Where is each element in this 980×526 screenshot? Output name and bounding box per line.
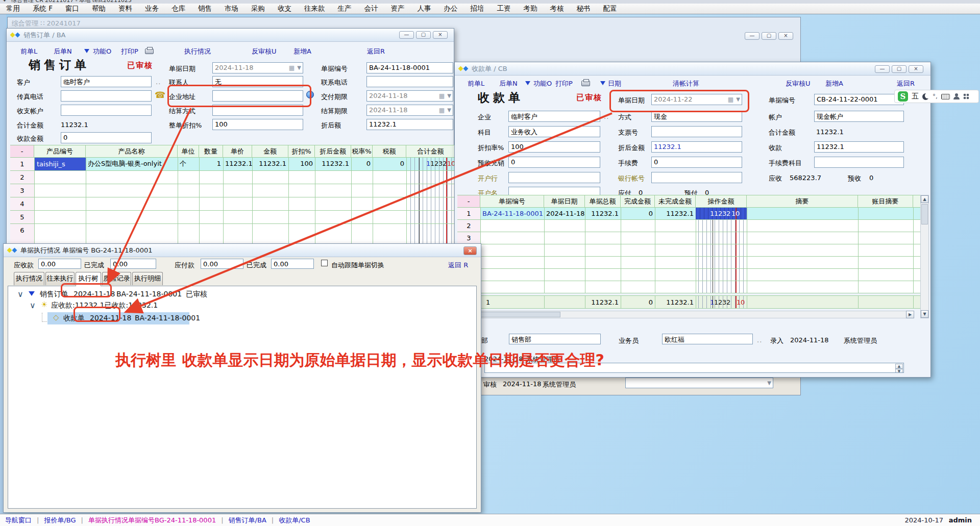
date-menu-button[interactable]: 日期 xyxy=(608,79,621,88)
moon-icon[interactable] xyxy=(922,93,929,100)
lookup-button[interactable]: .. xyxy=(757,336,762,344)
cell-tax[interactable]: 0 xyxy=(373,158,406,170)
settle-method-field[interactable] xyxy=(212,105,303,116)
scrollbar-thumb[interactable] xyxy=(921,204,928,224)
row-number[interactable]: 3 xyxy=(10,184,34,197)
cell-doc-date[interactable]: 2024-11-18 xyxy=(544,208,585,219)
close-button[interactable]: × xyxy=(909,65,923,73)
subject-field[interactable]: 业务收入 xyxy=(508,126,600,137)
tab-exec-detail[interactable]: 执行明细 xyxy=(132,272,163,285)
menu-item[interactable]: 帮助 xyxy=(92,4,106,13)
row-number[interactable]: 6 xyxy=(10,224,34,244)
cell-total[interactable]: 11232.1 xyxy=(585,208,621,219)
menu-item[interactable]: 业务 xyxy=(145,4,159,13)
tab-exec-tree[interactable]: 执行树 xyxy=(76,272,101,286)
recv-field[interactable]: 11232.1 xyxy=(814,141,904,153)
auto-follow-checkbox[interactable] xyxy=(321,260,328,266)
doc-date-field[interactable]: 2024-11-18 ▦ ▼ xyxy=(212,62,303,73)
menu-item[interactable]: 常用 xyxy=(6,4,20,13)
calendar-icon[interactable]: ▦ xyxy=(439,107,445,114)
doc-no-field[interactable]: CB-24-11-22-0001 xyxy=(814,94,904,105)
col-header[interactable]: 税额 xyxy=(373,145,406,158)
backdrop-combobox[interactable]: ▼ xyxy=(625,378,773,388)
table-row[interactable]: 7 xyxy=(457,281,920,293)
calendar-icon[interactable]: ▦ xyxy=(439,92,445,99)
cell-amount[interactable]: 11232.1 xyxy=(252,158,288,170)
dept-field[interactable]: 销售部 xyxy=(509,334,601,344)
settle-calc-button[interactable]: 清帐计算 xyxy=(673,79,699,88)
chevron-down-icon[interactable]: ▼ xyxy=(736,96,740,102)
printer-icon[interactable] xyxy=(145,48,154,54)
col-header[interactable]: 摘要 xyxy=(747,195,858,208)
company-field[interactable]: 临时客户 xyxy=(508,111,600,122)
cell-discounted[interactable]: 11232.1 xyxy=(315,158,351,170)
next-doc-button[interactable]: 后单N xyxy=(54,47,72,56)
close-button[interactable]: × xyxy=(433,31,448,39)
sogou-logo-icon[interactable]: S xyxy=(898,91,908,102)
settle-term-field[interactable]: 2024-11-18 ▦ ▼ xyxy=(366,105,453,116)
menu-item[interactable]: 销售 xyxy=(198,4,212,13)
account-field[interactable] xyxy=(61,105,152,116)
expander-icon[interactable]: ∨ xyxy=(17,289,23,299)
selected-cell-operation-amount[interactable]: 1 1 2 3 2 1 0 xyxy=(696,208,747,219)
rate-field[interactable]: 100 xyxy=(508,141,600,153)
taskbar-item-quote[interactable]: 报价单/BG xyxy=(39,516,81,525)
cheque-field[interactable] xyxy=(651,126,742,137)
scroll-up-button[interactable]: ▲ xyxy=(921,195,928,203)
taskbar-item-nav[interactable]: 导航窗口 xyxy=(0,516,37,525)
spin-down-icon[interactable]: ▼ xyxy=(895,369,903,373)
globe-icon[interactable] xyxy=(306,91,314,98)
cell-price[interactable]: 11232.1 xyxy=(223,158,252,170)
calendar-icon[interactable]: ▦ xyxy=(289,64,295,71)
cell-discount[interactable]: 100 xyxy=(288,158,315,170)
col-header[interactable]: 单价 xyxy=(223,145,252,158)
sales-window-titlebar[interactable]: 销售订单 / BA xyxy=(7,29,454,42)
row-number[interactable]: 2 xyxy=(457,220,480,232)
customer-field[interactable]: 临时客户 xyxy=(61,76,152,87)
doc-no-field[interactable]: BA-24-11-18-0001 xyxy=(366,62,453,73)
menu-item[interactable]: 资产 xyxy=(391,4,405,13)
menu-item[interactable]: 市场 xyxy=(225,4,238,13)
function-menu-button[interactable]: 功能O xyxy=(533,79,552,88)
exec-status-button[interactable]: 执行情况 xyxy=(184,47,211,56)
menu-item[interactable]: 招培 xyxy=(471,4,484,13)
col-header[interactable]: 单据总额 xyxy=(585,195,621,208)
row-number[interactable]: 1 xyxy=(10,158,34,170)
menu-item[interactable]: 人事 xyxy=(418,4,431,13)
col-header[interactable]: 账目摘要 xyxy=(858,195,913,208)
add-new-button[interactable]: 新增A xyxy=(825,79,843,88)
cell-doc-no[interactable]: BA-24-11-18-0001 xyxy=(480,208,544,219)
keyboard-icon[interactable] xyxy=(941,94,950,99)
minimize-button[interactable]: — xyxy=(875,65,890,73)
menu-item[interactable]: 考核 xyxy=(550,4,564,13)
table-row[interactable]: 3 xyxy=(457,232,920,244)
menu-item[interactable]: 系统 F xyxy=(33,4,53,13)
cell-product-name[interactable]: 办公S型电脑-银奥-onlyit xyxy=(86,158,178,170)
menu-item[interactable]: 秘书 xyxy=(577,4,591,13)
fax-field[interactable] xyxy=(61,90,152,102)
col-header[interactable]: 单据编号 xyxy=(480,195,544,208)
phone-icon[interactable]: ☎ xyxy=(155,90,165,100)
table-row[interactable]: 5 xyxy=(10,211,455,224)
table-row[interactable]: 5 xyxy=(457,257,920,269)
col-header[interactable]: 单据日期 xyxy=(544,195,585,208)
back-button[interactable]: 返回R xyxy=(897,79,915,88)
close-button[interactable]: × xyxy=(463,246,477,255)
col-header[interactable]: 合计金额 xyxy=(406,145,455,158)
back-button[interactable]: 返回R xyxy=(367,47,385,56)
print-button[interactable]: 打印P xyxy=(555,79,573,88)
row-number[interactable]: 5 xyxy=(10,211,34,223)
tree-row-receivable[interactable]: ∨ ☀ 应收款:11232.1已收款:11232.1 xyxy=(8,300,476,311)
menu-item[interactable]: 考勤 xyxy=(524,4,537,13)
scroll-down-button[interactable]: ▼ xyxy=(921,310,928,318)
chevron-down-icon[interactable]: ▼ xyxy=(767,380,771,386)
function-menu-icon[interactable] xyxy=(525,81,530,85)
close-button[interactable]: × xyxy=(778,32,793,40)
col-header[interactable]: 产品名称 xyxy=(86,145,178,158)
maximize-button[interactable]: ▢ xyxy=(416,31,431,39)
scroll-right-button[interactable]: ▶ xyxy=(906,311,914,318)
table-row[interactable]: 4 xyxy=(457,244,920,257)
row-number[interactable]: 2 xyxy=(10,171,34,184)
lookup-button[interactable]: .. xyxy=(604,113,609,120)
table-row[interactable]: 4 xyxy=(10,197,455,211)
